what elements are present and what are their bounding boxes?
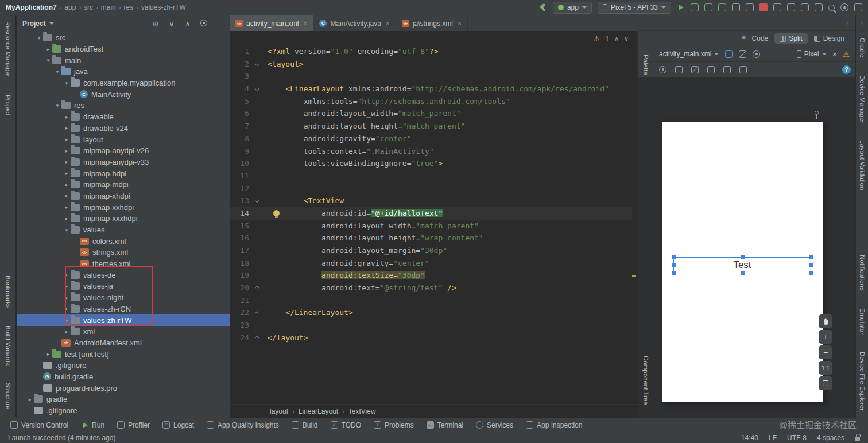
project-view-selector[interactable]: Project xyxy=(22,20,54,28)
tree-item-mipmap-anydpi-v33[interactable]: ▸mipmap-anydpi-v33 xyxy=(17,157,230,168)
tool-button-structure[interactable]: Structure xyxy=(5,383,11,410)
tree-item-themes-xml[interactable]: </>themes.xml xyxy=(17,258,230,270)
tree-item-src[interactable]: ▾src xyxy=(17,32,230,44)
tool-button-project[interactable]: Project xyxy=(5,95,11,115)
tree-chevron-icon[interactable]: ▸ xyxy=(63,125,71,131)
tree-chevron-icon[interactable]: ▸ xyxy=(63,148,71,154)
mode-button-code[interactable]: Code xyxy=(737,33,774,44)
zoom-in-button[interactable]: + xyxy=(819,330,832,344)
notifications-icon[interactable] xyxy=(854,3,862,11)
tree-item-mipmap-xhdpi[interactable]: ▸mipmap-xhdpi xyxy=(17,191,230,202)
tree-item-main[interactable]: ▾main xyxy=(17,55,230,66)
tool-button-notifications[interactable]: Notifications xyxy=(859,255,866,291)
tree-item-drawable-v24[interactable]: ▸drawable-v24 xyxy=(17,123,230,134)
editor-tab-activity-main-xml[interactable]: </>activity_main.xml× xyxy=(230,15,313,31)
toolwindow-button-build[interactable]: Build xyxy=(292,421,318,429)
preview-device-screen[interactable]: Test xyxy=(662,122,823,402)
palette-tab[interactable]: Palette xyxy=(642,55,649,75)
tree-item-gitignore[interactable]: .gitignore xyxy=(17,360,230,371)
tool-button-layout-validation[interactable]: Layout Validation xyxy=(859,140,866,190)
tree-chevron-icon[interactable]: ▸ xyxy=(63,329,71,335)
fold-marker-icon[interactable] xyxy=(251,332,263,344)
code-line-21[interactable]: 21 xyxy=(230,294,632,307)
profiler-icon[interactable] xyxy=(732,3,740,11)
breadcrumb-res[interactable]: res xyxy=(123,3,133,11)
tree-chevron-icon[interactable]: ▾ xyxy=(63,80,71,86)
tree-item-mipmap-mdpi[interactable]: ▸mipmap-mdpi xyxy=(17,179,230,191)
editor-breadcrumb-linearlayout[interactable]: LinearLayout xyxy=(299,407,338,415)
code-line-22[interactable]: 22 </LinearLayout> xyxy=(230,306,632,319)
run-icon[interactable] xyxy=(677,3,685,11)
fold-marker-icon[interactable] xyxy=(251,58,263,71)
toolwindow-button-version-control[interactable]: Version Control xyxy=(10,421,68,429)
fold-marker-icon[interactable] xyxy=(251,195,263,207)
component-tree-tab[interactable]: Component Tree xyxy=(642,356,649,405)
toolwindow-button-profiler[interactable]: Profiler xyxy=(117,421,150,429)
tree-item-values-zh-rtw[interactable]: ▸values-zh-rTW xyxy=(17,314,230,326)
design-file-selector[interactable]: activity_main.xml xyxy=(659,50,719,58)
tree-chevron-icon[interactable]: ▸ xyxy=(63,272,71,278)
tree-chevron-icon[interactable]: ▸ xyxy=(63,170,71,176)
constraints-icon[interactable] xyxy=(739,66,747,73)
scrollbar-warning-mark[interactable] xyxy=(632,275,636,277)
code-line-13[interactable]: 13 <TextView xyxy=(230,195,632,207)
tree-item-layout[interactable]: ▸layout xyxy=(17,134,230,145)
tree-item-java[interactable]: ▾java xyxy=(17,66,230,77)
tree-item-mipmap-anydpi-v26[interactable]: ▸mipmap-anydpi-v26 xyxy=(17,145,230,157)
code-line-9[interactable]: 9 tools:context=".MainActivity" xyxy=(230,145,632,158)
toolwindow-button-terminal[interactable]: >_Terminal xyxy=(427,421,463,429)
sdk-manager-icon[interactable] xyxy=(815,3,823,11)
code-line-10[interactable]: 10 tools:viewBindingIgnore="true"> xyxy=(230,157,632,170)
resize-handle[interactable] xyxy=(741,255,745,259)
build-hammer-icon[interactable] xyxy=(538,3,547,12)
tree-item-mainactivity[interactable]: CMainActivity xyxy=(17,88,230,100)
toolwindow-button-todo[interactable]: TODO xyxy=(331,421,361,429)
blueprint-toggle-icon[interactable] xyxy=(739,50,746,58)
resize-handle[interactable] xyxy=(741,271,745,275)
mode-button-split[interactable]: Split xyxy=(774,33,807,44)
zoom-ratio-button[interactable]: 1:1 xyxy=(819,361,832,375)
tab-close-icon[interactable]: × xyxy=(386,20,390,28)
code-editor[interactable]: 1<?xml version="1.0" encoding="utf-8"?>2… xyxy=(230,32,638,404)
tree-item-values-zh-rcn[interactable]: ▸values-zh-rCN xyxy=(17,304,230,315)
tool-button-device-file-explorer[interactable]: Device File Explorer xyxy=(859,352,866,411)
fold-marker-icon[interactable] xyxy=(251,83,263,95)
code-line-23[interactable]: 23 xyxy=(230,319,632,332)
fold-marker-icon[interactable] xyxy=(251,306,263,319)
code-line-24[interactable]: 24</layout> xyxy=(230,332,632,344)
code-line-15[interactable]: 15 android:layout_width="match_parent" xyxy=(230,220,632,232)
tree-chevron-icon[interactable]: ▸ xyxy=(44,351,52,357)
mode-button-design[interactable]: Design xyxy=(809,33,850,44)
tree-chevron-icon[interactable]: ▸ xyxy=(63,182,71,188)
help-icon[interactable]: ? xyxy=(842,65,851,74)
tree-item-xml[interactable]: ▸xml xyxy=(17,326,230,337)
code-line-2[interactable]: 2<layout> xyxy=(230,58,632,71)
code-line-3[interactable]: 3 xyxy=(230,70,632,83)
tree-item-values-night[interactable]: ▸values-night xyxy=(17,292,230,304)
tree-chevron-icon[interactable]: ▸ xyxy=(63,317,71,323)
layout-warning-icon[interactable]: ⚠ xyxy=(843,50,850,59)
resize-handle[interactable] xyxy=(809,263,813,267)
status-message[interactable]: Launch succeeded (4 minutes ago) xyxy=(8,434,115,442)
tree-item-androidtest[interactable]: ▸androidTest xyxy=(17,44,230,55)
search-icon[interactable] xyxy=(828,5,835,11)
breadcrumb-values-zh-rtw[interactable]: values-zh-rTW xyxy=(141,3,186,11)
tree-item-values-ja[interactable]: ▸values-ja xyxy=(17,281,230,292)
tree-chevron-icon[interactable]: ▾ xyxy=(35,35,43,41)
breadcrumb-src[interactable]: src xyxy=(84,3,93,11)
tab-close-icon[interactable]: × xyxy=(458,20,462,28)
code-line-6[interactable]: 6 android:layout_width="match_parent" xyxy=(230,107,632,120)
view-options-icon[interactable] xyxy=(659,66,666,73)
code-line-14[interactable]: 14 android:id="@+id/halloText" xyxy=(230,207,632,220)
prev-issue-icon[interactable]: ∧ xyxy=(614,35,619,42)
collapse-all-icon[interactable]: ∧ xyxy=(184,20,192,28)
tree-chevron-icon[interactable]: ▾ xyxy=(53,69,61,75)
code-line-20[interactable]: 20 android:text="@string/test" /> xyxy=(230,282,632,294)
apply-changes-icon[interactable] xyxy=(691,3,699,11)
tree-chevron-icon[interactable]: ▾ xyxy=(63,227,71,233)
tree-item-androidmanifest-xml[interactable]: </>AndroidManifest.xml xyxy=(17,337,230,349)
editor-breadcrumb-layout[interactable]: layout xyxy=(270,407,288,415)
margins-icon[interactable] xyxy=(707,66,715,73)
tool-button-device-manager[interactable]: Device Manager xyxy=(859,75,866,123)
tool-button-emulator[interactable]: Emulator xyxy=(859,308,866,335)
